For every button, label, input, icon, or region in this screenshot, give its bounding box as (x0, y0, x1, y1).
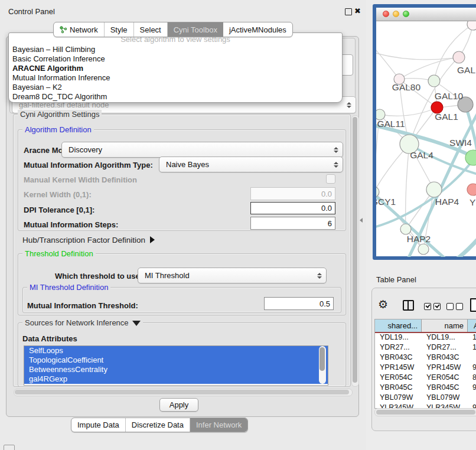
algorithm-option-basic-correlation[interactable]: Basic Correlation Inference (9, 54, 342, 64)
cell-shared: YDL19... (380, 333, 421, 341)
dock-mini-button[interactable] (4, 445, 15, 450)
table-row[interactable]: YBL079W YBL079W (375, 393, 476, 403)
network-canvas[interactable]: GAL GAL80 GAL10 GAL1 GAL11 GAL4 SWI4 GCY… (376, 21, 476, 257)
manual-kernel-checkbox[interactable] (326, 174, 335, 184)
close-panel-icon[interactable]: ✖ (354, 6, 361, 15)
network-icon (60, 26, 67, 34)
app-root: Control Panel ✖ Network Style Select Cyn… (0, 0, 476, 450)
node-unlabeled-top[interactable] (467, 21, 476, 30)
attribute-topologicalcoefficient[interactable]: TopologicalCoefficient (24, 356, 328, 365)
collapsed-arrow-icon (150, 236, 155, 243)
data-attributes-list: SelfLoops TopologicalCoefficient Between… (24, 345, 328, 386)
which-threshold-label: Which threshold to use: (55, 272, 142, 281)
zoom-window-icon[interactable] (403, 11, 409, 17)
manual-kernel-label: Manual Kernel Width Definition (24, 175, 137, 184)
aracne-mode-value: Discovery (69, 145, 102, 154)
node-salmon[interactable] (467, 184, 476, 195)
data-attributes-label: Data Attributes (22, 334, 77, 343)
attributes-scrollbar-thumb[interactable] (319, 347, 325, 371)
spinner-icon (334, 162, 338, 168)
cell-shared: YDR27... (380, 343, 421, 351)
tab-jactivemnodules[interactable]: jActiveMNodules (223, 22, 292, 37)
attribute-selfloops[interactable]: SelfLoops (24, 346, 328, 356)
network-window-titlebar[interactable] (376, 8, 476, 21)
new-table-icon[interactable] (470, 298, 476, 312)
algorithm-option-bayesian-k2[interactable]: Bayesian – K2 (9, 83, 342, 92)
table-hscrollbar[interactable] (374, 408, 476, 416)
tab-select[interactable]: Select (134, 22, 168, 37)
algorithm-option-dream8[interactable]: Dream8 DC_TDC Algorithm (9, 92, 342, 102)
label-y-partial: Y (470, 197, 475, 207)
select-all-checkboxes-icon[interactable] (424, 302, 443, 312)
cell-name: YER054C (426, 373, 467, 381)
settings-hscrollbar-thumb[interactable] (15, 390, 349, 394)
deselect-all-checkboxes-icon[interactable] (446, 302, 465, 312)
expanded-arrow-icon (132, 321, 141, 326)
table-row[interactable]: YPR145W YPR145W 9. (375, 363, 476, 373)
settings-hscrollbar[interactable] (14, 389, 353, 396)
mi-steps-field[interactable] (250, 217, 335, 230)
algorithm-option-mutual-information[interactable]: Mutual Information Inference (9, 73, 342, 83)
table-row[interactable]: YDR27... YDR27... 12 (375, 343, 476, 353)
tab-discretize-data[interactable]: Discretize Data (126, 418, 190, 432)
minimize-window-icon[interactable] (393, 11, 399, 17)
column-header-name[interactable]: name (422, 319, 468, 332)
tab-style[interactable]: Style (105, 22, 134, 37)
cell-name: YBR043C (426, 353, 467, 361)
algorithm-option-bayesian-hill-climbing[interactable]: Bayesian – Hill Climbing (9, 45, 342, 54)
settings-vscrollbar-thumb[interactable] (353, 117, 357, 383)
sources-group-title[interactable]: Sources for Network Inference (22, 318, 143, 327)
table-row[interactable]: YDL19... YDL19... 13 (375, 333, 476, 343)
node-hap4[interactable] (426, 182, 442, 197)
table-row[interactable]: YBR043C YBR043C (375, 353, 476, 363)
attribute-gal4rgexp[interactable]: gal4RGexp (24, 374, 328, 384)
splitter-collapse-arrow-icon[interactable] (360, 218, 363, 223)
apply-button[interactable]: Apply (159, 398, 198, 412)
tab-network[interactable]: Network (54, 22, 105, 37)
hub-definition-toggle[interactable]: Hub/Transcription Factor Definition (22, 236, 155, 244)
table-row[interactable]: YER054C YER054C 8. (375, 373, 476, 383)
label-swi4: SWI4 (449, 138, 472, 148)
kernel-width-field[interactable] (250, 187, 335, 200)
mi-type-combo[interactable]: Naive Bayes (159, 156, 343, 172)
tab-cyni-toolbox-label: Cyni Toolbox (174, 25, 217, 34)
close-window-icon[interactable] (383, 11, 389, 17)
which-threshold-combo[interactable]: MI Threshold (138, 268, 327, 283)
node-unlabeled-bottom[interactable] (418, 244, 429, 255)
split-columns-icon[interactable] (403, 300, 414, 311)
kernel-width-label: Kernel Width (0,1): (24, 190, 92, 199)
table-row[interactable]: YBR045C YBR045C 9. (375, 383, 476, 393)
label-gal80: GAL80 (392, 82, 421, 92)
which-threshold-value: MI Threshold (145, 271, 190, 280)
tab-impute-data[interactable]: Impute Data (71, 418, 126, 432)
mi-threshold-field[interactable] (264, 297, 334, 310)
label-gcy1: GCY1 (376, 197, 396, 207)
cell-shared: YER054C (380, 373, 421, 381)
tab-jactivemnodules-label: jActiveMNodules (229, 25, 286, 34)
cell-name: YDR27... (426, 343, 467, 351)
dpi-tolerance-field[interactable] (250, 202, 335, 214)
column-header-partial[interactable]: A (468, 319, 476, 332)
column-header-shared-name[interactable]: shared... (375, 319, 422, 332)
dpi-tolerance-label: DPI Tolerance [0,1]: (24, 206, 94, 214)
settings-vscrollbar[interactable] (351, 115, 359, 387)
aracne-mode-combo[interactable]: Discovery (61, 142, 343, 158)
network-view-window: GAL GAL80 GAL10 GAL1 GAL11 GAL4 SWI4 GCY… (373, 4, 476, 260)
table-hscrollbar-thumb[interactable] (376, 410, 475, 415)
node-gcy1[interactable] (376, 187, 379, 197)
attribute-betweennesscentrality[interactable]: BetweennessCentrality (24, 365, 328, 374)
node-gal10[interactable] (428, 75, 440, 87)
node-gal-partial[interactable] (453, 51, 465, 63)
label-hap4: HAP4 (435, 197, 459, 207)
node-hap2[interactable] (400, 224, 411, 234)
algorithm-definition-title: Algorithm Definition (22, 125, 94, 134)
control-panel: Control Panel ✖ Network Style Select Cyn… (0, 0, 366, 450)
attributes-scrollbar[interactable] (319, 346, 326, 384)
tab-cyni-toolbox[interactable]: Cyni Toolbox (168, 22, 223, 37)
float-panel-icon[interactable] (345, 8, 352, 15)
gear-icon[interactable]: ⚙ (378, 299, 388, 310)
algorithm-option-aracne[interactable]: ARACNE Algorithm (9, 64, 342, 73)
cell-shared: YBL079W (380, 393, 421, 402)
mi-threshold-label: Mutual Information Threshold: (27, 301, 138, 310)
tab-infer-network[interactable]: Infer Network (190, 418, 247, 432)
